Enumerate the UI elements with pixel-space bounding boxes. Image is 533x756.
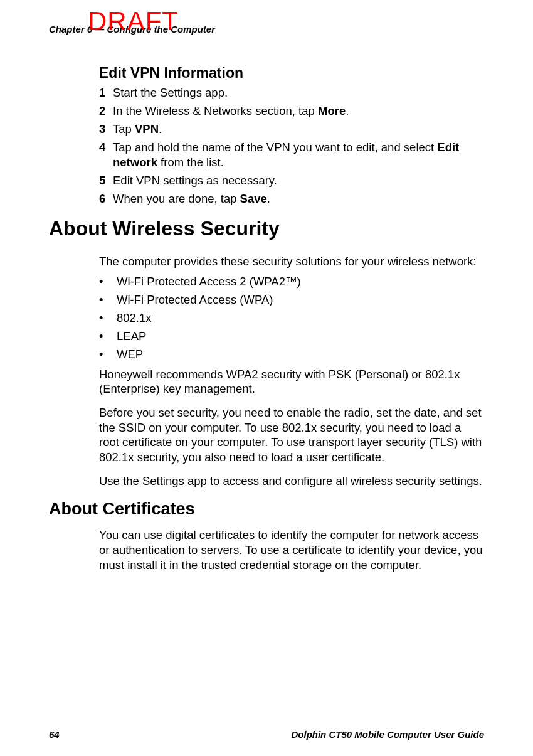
document-title: Dolphin CT50 Mobile Computer User Guide [291,729,484,740]
recommendation-paragraph: Honeywell recommends WPA2 security with … [99,367,484,397]
step-text: Tap and hold the name of the VPN you wan… [113,140,484,169]
step-number: 4 [99,140,113,169]
step-number: 2 [99,104,113,118]
bullet-marker: • [99,311,117,326]
step-item: 6When you are done, tap Save. [99,191,484,206]
bold-text: More [318,104,346,117]
step-text: In the Wireless & Networks section, tap … [113,104,484,118]
numbered-steps-list: 1Start the Settings app.2In the Wireless… [99,85,484,206]
security-bullet-list: •Wi-Fi Protected Access 2 (WPA2™)•Wi-Fi … [99,274,484,362]
bullet-text: Wi-Fi Protected Access 2 (WPA2™) [117,274,301,289]
step-item: 4Tap and hold the name of the VPN you wa… [99,140,484,169]
step-item: 5Edit VPN settings as necessary. [99,173,484,188]
heading-edit-vpn: Edit VPN Information [99,65,484,82]
step-item: 3Tap VPN. [99,122,484,136]
section-edit-vpn: Edit VPN Information 1Start the Settings… [49,65,484,206]
step-number: 1 [99,85,113,100]
settings-paragraph: Use the Settings app to access and confi… [99,474,484,489]
section-certificates-body: You can use digital certificates to iden… [49,528,484,572]
step-number: 5 [99,173,113,188]
bullet-item: •WEP [99,347,484,362]
heading-wireless-security: About Wireless Security [49,217,484,240]
section-wireless-security-body: The computer provides these security sol… [49,254,484,489]
step-number: 3 [99,122,113,136]
bullet-item: •Wi-Fi Protected Access 2 (WPA2™) [99,274,484,289]
bullet-marker: • [99,292,117,307]
certificates-paragraph: You can use digital certificates to iden… [99,528,484,572]
bold-text: Edit network [113,141,459,168]
bold-text: VPN [135,122,159,136]
step-text: Start the Settings app. [113,85,484,100]
heading-certificates: About Certificates [49,499,484,519]
step-text: Edit VPN settings as necessary. [113,173,484,188]
draft-watermark: DRAFT [88,6,179,36]
bullet-item: •802.1x [99,311,484,326]
bullet-marker: • [99,347,117,362]
intro-paragraph: The computer provides these security sol… [99,254,484,269]
step-item: 1Start the Settings app. [99,85,484,100]
bullet-text: 802.1x [117,311,152,326]
bullet-marker: • [99,329,117,344]
step-text: When you are done, tap Save. [113,191,484,206]
bullet-text: Wi-Fi Protected Access (WPA) [117,292,273,307]
page-footer: 64 Dolphin CT50 Mobile Computer User Gui… [49,729,484,740]
page-number: 64 [49,729,60,740]
bullet-text: WEP [117,347,143,362]
step-text: Tap VPN. [113,122,484,136]
bullet-item: •Wi-Fi Protected Access (WPA) [99,292,484,307]
bullet-text: LEAP [117,329,146,344]
bullet-marker: • [99,274,117,289]
step-item: 2In the Wireless & Networks section, tap… [99,104,484,118]
bold-text: Save [240,192,267,205]
page-container: DRAFT Chapter 6 — Configure the Computer… [0,0,533,756]
prerequisite-paragraph: Before you set security, you need to ena… [99,405,484,465]
bullet-item: •LEAP [99,329,484,344]
step-number: 6 [99,191,113,206]
